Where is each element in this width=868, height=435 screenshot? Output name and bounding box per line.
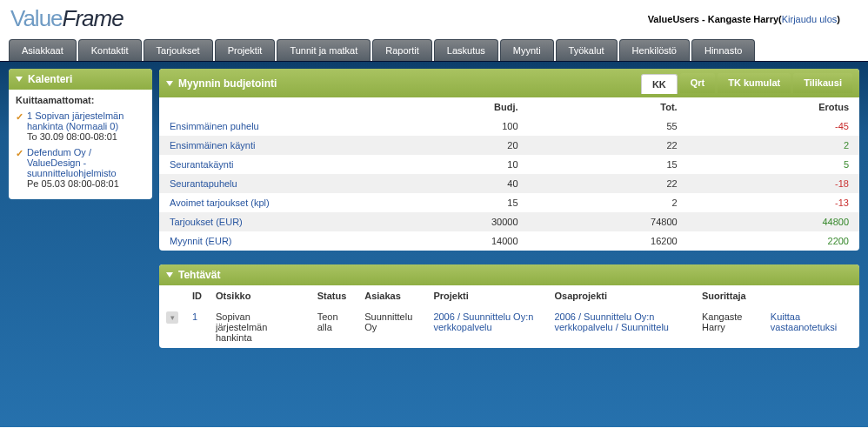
logo-part2: Frame: [63, 5, 124, 32]
budget-row-budj: 100: [370, 117, 529, 136]
budget-row-budj: 10: [370, 155, 529, 174]
budget-row-erotus: 2200: [688, 231, 859, 251]
task-id[interactable]: 1: [192, 311, 197, 322]
budget-panel-header: Myynnin budjetointi KKQrtTK kumulatTilik…: [159, 69, 859, 97]
content: Myynnin budjetointi KKQrtTK kumulatTilik…: [159, 69, 859, 375]
budget-row-tot: 2: [529, 193, 688, 212]
nav-tab-työkalut[interactable]: Työkalut: [556, 39, 618, 61]
nav-tab-tarjoukset[interactable]: Tarjoukset: [144, 39, 213, 61]
nav-tab-myynti[interactable]: Myynti: [500, 39, 554, 61]
task-asiakas: Suunnittelu Oy: [357, 306, 426, 348]
budget-table: Budj. Tot. Erotus Ensimmäinen puhelu1005…: [159, 97, 859, 251]
calendar-panel-header[interactable]: Kalenteri: [9, 69, 152, 90]
budget-row: Avoimet tarjoukset (kpl)152-13: [159, 193, 859, 212]
col-otsikko: Otsikko: [209, 285, 310, 306]
nav-tab-projektit[interactable]: Projektit: [215, 39, 276, 61]
task-status: Teon alla: [310, 306, 358, 348]
col-actions: [764, 285, 859, 306]
calendar-item: ✓Defendum Oy / ValueDesign -suunnitteluo…: [16, 147, 145, 189]
logo: ValueFrame: [10, 5, 124, 32]
budget-row: Seurantapuhelu4022-18: [159, 174, 859, 193]
budget-row-budj: 40: [370, 174, 529, 193]
calendar-item-link[interactable]: Defendum Oy / ValueDesign -suunnitteluoh…: [27, 147, 117, 178]
logout-link[interactable]: Kirjaudu ulos: [782, 14, 838, 24]
calendar-item-date: Pe 05.03 08:00-08:01: [27, 178, 119, 189]
tasks-table: ID Otsikko Status Asiakas Projekti Osapr…: [159, 285, 859, 348]
user-prefix: ValueUsers -: [648, 14, 708, 24]
budget-row: Seurantakäynti10155: [159, 155, 859, 174]
col-projekti: Projekti: [426, 285, 547, 306]
col-osaprojekti: Osaprojekti: [547, 285, 694, 306]
task-osaprojekti[interactable]: 2006 / Suunnittelu Oy:n verkkopalvelu / …: [554, 311, 668, 332]
check-icon: ✓: [16, 148, 23, 159]
nav-tab-asiakkaat[interactable]: Asiakkaat: [9, 39, 77, 61]
budget-tab-tilikausi[interactable]: Tilikausi: [793, 73, 852, 93]
budget-row-tot: 16200: [529, 231, 688, 251]
budget-row-tot: 22: [529, 136, 688, 155]
check-icon: ✓: [16, 111, 23, 123]
calendar-item: ✓1 Sopivan järjestelmän hankinta (Normaa…: [16, 110, 145, 142]
nav-tab-henkilöstö[interactable]: Henkilöstö: [619, 39, 690, 61]
calendar-title: Kalenteri: [28, 73, 72, 85]
calendar-body: Kuittaamattomat: ✓1 Sopivan järjestelmän…: [9, 90, 152, 199]
tasks-panel-header[interactable]: Tehtävät: [159, 264, 859, 285]
calendar-panel: Kalenteri Kuittaamattomat: ✓1 Sopivan jä…: [9, 69, 152, 199]
calendar-item-link[interactable]: 1 Sopivan järjestelmän hankinta (Normaal…: [27, 110, 124, 131]
nav-tab-kontaktit[interactable]: Kontaktit: [78, 39, 142, 61]
budget-tab-tk-kumulat[interactable]: TK kumulat: [718, 73, 791, 93]
budget-row-budj: 15: [370, 193, 529, 212]
budget-row-tot: 74800: [529, 212, 688, 231]
budget-row-label[interactable]: Ensimmäinen puhelu: [170, 121, 259, 131]
budget-row-label[interactable]: Seurantakäynti: [170, 159, 233, 170]
chevron-down-icon: [166, 272, 173, 278]
nav-tab-tunnit-ja-matkat[interactable]: Tunnit ja matkat: [277, 39, 371, 61]
budget-tabs: KKQrtTK kumulatTilikausi: [641, 73, 852, 93]
budget-row-label[interactable]: Tarjoukset (EUR): [170, 217, 243, 227]
budget-row-erotus: 2: [688, 136, 859, 155]
user-line: ValueUsers - Kangaste Harry(Kirjaudu ulo…: [648, 14, 858, 24]
main-nav: AsiakkaatKontaktitTarjouksetProjektitTun…: [0, 32, 868, 62]
expand-icon[interactable]: ▾: [166, 311, 178, 324]
logo-part1: Value: [10, 5, 63, 32]
budget-row-erotus: -13: [688, 193, 859, 212]
user-name: Kangaste Harry: [708, 14, 778, 24]
budget-row-erotus: -18: [688, 174, 859, 193]
budget-row-tot: 15: [529, 155, 688, 174]
budget-row-label[interactable]: Ensimmäinen käynti: [170, 140, 255, 151]
tasks-title: Tehtävät: [178, 269, 220, 281]
col-asiakas: Asiakas: [357, 285, 426, 306]
budget-row: Tarjoukset (EUR)300007480044800: [159, 212, 859, 231]
chevron-down-icon: [166, 81, 173, 86]
task-action-link[interactable]: Kuittaa vastaanotetuksi: [771, 311, 837, 332]
col-tot: Tot.: [529, 97, 688, 117]
budget-row-label[interactable]: Myynnit (EUR): [170, 236, 232, 246]
nav-tab-raportit[interactable]: Raportit: [372, 39, 432, 61]
task-suorittaja: Kangaste Harry: [695, 306, 764, 348]
budget-row-label[interactable]: Seurantapuhelu: [170, 178, 237, 189]
calendar-item-date: To 30.09 08:00-08:01: [27, 131, 117, 142]
budget-tab-qrt[interactable]: Qrt: [680, 73, 716, 93]
budget-row-budj: 30000: [370, 212, 529, 231]
budget-row-label[interactable]: Avoimet tarjoukset (kpl): [170, 197, 270, 208]
chevron-down-icon: [16, 77, 23, 82]
budget-row-erotus: 44800: [688, 212, 859, 231]
col-budj: Budj.: [370, 97, 529, 117]
budget-row: Ensimmäinen käynti20222: [159, 136, 859, 155]
budget-row: Ensimmäinen puhelu10055-45: [159, 117, 859, 136]
budget-row: Myynnit (EUR)14000162002200: [159, 231, 859, 251]
task-projekti[interactable]: 2006 / Suunnittelu Oy:n verkkopalvelu: [433, 311, 533, 332]
task-otsikko: Sopivan järjestelmän hankinta: [209, 306, 310, 348]
nav-tab-laskutus[interactable]: Laskutus: [434, 39, 498, 61]
col-id: ID: [185, 285, 209, 306]
col-check: [159, 285, 185, 306]
nav-tab-hinnasto[interactable]: Hinnasto: [691, 39, 755, 61]
header: ValueFrame ValueUsers - Kangaste Harry(K…: [0, 0, 868, 32]
budget-row-erotus: -45: [688, 117, 859, 136]
budget-row-tot: 22: [529, 174, 688, 193]
budget-row-budj: 20: [370, 136, 529, 155]
budget-row-erotus: 5: [688, 155, 859, 174]
budget-tab-kk[interactable]: KK: [641, 74, 678, 94]
budget-row-budj: 14000: [370, 231, 529, 251]
budget-title: Myynnin budjetointi: [178, 77, 277, 90]
col-label: [159, 97, 370, 117]
